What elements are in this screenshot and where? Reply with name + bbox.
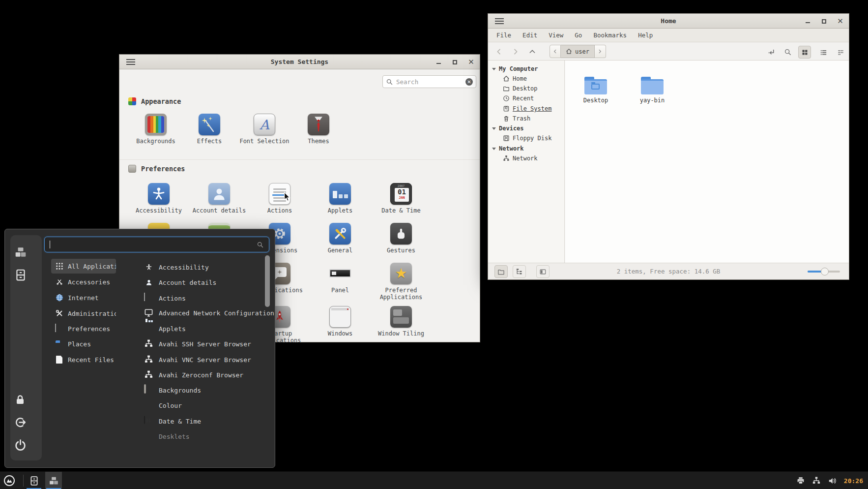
files-content[interactable]: Desktop yay-bin: [565, 61, 849, 263]
category-accessories[interactable]: Accessories: [51, 275, 116, 289]
file-manager-window: Home ✕ File Edit View Go Bookmarks Help …: [488, 13, 849, 280]
maximize-button[interactable]: [450, 58, 460, 67]
effects-icon: [199, 114, 220, 135]
app-account-details[interactable]: Account details: [144, 275, 267, 290]
taskbar-window-files[interactable]: [26, 472, 42, 489]
boxes-icon: [49, 476, 59, 486]
minimize-button[interactable]: [803, 17, 812, 26]
expander-icon[interactable]: [492, 127, 496, 130]
sidebar-section-devices[interactable]: Devices: [488, 123, 564, 133]
shutdown-icon[interactable]: [14, 439, 27, 452]
favorite-app-software-icon[interactable]: [14, 246, 27, 259]
sidebar-item-desktop[interactable]: Desktop: [488, 84, 564, 93]
sidebar-section-my-computer[interactable]: My Computer: [488, 64, 564, 74]
tile-accessibility[interactable]: Accessibility: [131, 183, 186, 214]
category-places[interactable]: Places: [51, 336, 116, 351]
zoom-slider[interactable]: [808, 271, 840, 273]
scrollbar-thumb[interactable]: [265, 255, 270, 307]
sidebar-item-file-system[interactable]: File System: [488, 104, 564, 114]
lock-icon[interactable]: [14, 394, 27, 407]
search-icon[interactable]: [781, 46, 794, 59]
breadcrumb-current[interactable]: user: [561, 45, 595, 58]
app-avahi-zeroconf-browser[interactable]: Avahi Zeroconf Browser: [144, 367, 267, 382]
tile-account-details[interactable]: Account details: [192, 183, 247, 214]
tile-effects[interactable]: Effects: [182, 114, 237, 145]
breadcrumb-next-icon[interactable]: [595, 45, 606, 58]
menu-edit[interactable]: Edit: [521, 30, 539, 40]
network-icon[interactable]: [812, 476, 821, 485]
file-yay-bin-folder[interactable]: yay-bin: [630, 77, 674, 104]
category-internet[interactable]: Internet: [51, 290, 116, 305]
compact-view-button[interactable]: [834, 46, 847, 59]
sidebar-section-network[interactable]: Network: [488, 144, 564, 153]
tile-gestures[interactable]: Gestures: [374, 223, 429, 254]
menu-help[interactable]: Help: [636, 30, 655, 40]
sidebar-item-home[interactable]: Home: [488, 74, 564, 84]
menu-scrollbar[interactable]: [265, 255, 270, 438]
favorite-app-files-icon[interactable]: [14, 269, 27, 281]
tile-general[interactable]: General: [313, 223, 368, 254]
app-desklets[interactable]: Desklets: [144, 429, 267, 444]
tile-windows[interactable]: Windows: [313, 306, 368, 337]
sidebar-item-floppy-disk[interactable]: Floppy Disk: [488, 133, 564, 143]
app-avahi-ssh-server-browser[interactable]: Avahi SSH Server Browser: [144, 336, 267, 351]
close-button[interactable]: ✕: [836, 17, 845, 26]
close-button[interactable]: ✕: [466, 58, 476, 67]
status-text: 2 items, Free space: 14.6 GB: [488, 263, 849, 280]
expander-icon[interactable]: [492, 148, 496, 150]
menu-search-input[interactable]: [44, 237, 269, 252]
category-recent-files[interactable]: Recent Files: [51, 352, 116, 367]
zoom-slider-knob[interactable]: [821, 268, 829, 275]
forward-button[interactable]: [510, 46, 521, 58]
app-actions[interactable]: Actions: [144, 291, 267, 306]
taskbar-window-system-settings[interactable]: [45, 472, 62, 489]
app-accessibility[interactable]: Accessibility: [144, 260, 267, 275]
tile-font-selection[interactable]: A Font Selection: [237, 114, 292, 145]
tile-window-tiling[interactable]: Window Tiling: [374, 306, 429, 337]
clear-search-icon[interactable]: ✕: [465, 78, 473, 86]
printer-icon[interactable]: [796, 476, 805, 485]
menu-bookmarks[interactable]: Bookmarks: [591, 30, 629, 40]
tile-applets[interactable]: Applets: [313, 183, 368, 214]
maximize-button[interactable]: [819, 17, 829, 26]
category-administration[interactable]: Administration: [51, 306, 116, 321]
tile-date-time[interactable]: 2007 01JAN Date & Time: [374, 183, 429, 214]
sidebar-item-recent[interactable]: Recent: [488, 93, 564, 103]
sidebar-item-trash[interactable]: Trash: [488, 114, 564, 123]
expander-icon[interactable]: [492, 68, 496, 70]
tile-preferred-applications[interactable]: ★ Preferred Applications: [374, 263, 429, 301]
account-details-icon: [208, 183, 230, 205]
category-all-applications[interactable]: All Applications: [51, 259, 116, 274]
menu-launcher-button[interactable]: [1, 472, 18, 489]
menu-go[interactable]: Go: [573, 30, 584, 40]
list-view-button[interactable]: [817, 46, 830, 59]
back-button[interactable]: [493, 46, 505, 58]
clock-icon: [503, 95, 510, 102]
sidebar-item-network[interactable]: Network: [488, 153, 564, 163]
clock[interactable]: 20:26: [844, 477, 863, 485]
up-button[interactable]: [526, 46, 538, 58]
tile-themes[interactable]: Themes: [291, 114, 346, 145]
app-advanced-network-configuration[interactable]: Advanced Network Configuration: [144, 306, 267, 320]
settings-search-input[interactable]: Search ✕: [382, 75, 476, 88]
app-date-time[interactable]: 01 Date & Time: [144, 414, 267, 428]
settings-titlebar[interactable]: System Settings ✕: [119, 55, 480, 69]
tile-panel[interactable]: Panel: [313, 263, 368, 294]
tile-backgrounds[interactable]: Backgrounds: [128, 114, 183, 145]
file-desktop-folder[interactable]: Desktop: [574, 77, 618, 104]
menu-view[interactable]: View: [547, 30, 565, 40]
menu-file[interactable]: File: [494, 30, 513, 40]
category-preferences[interactable]: Preferences: [51, 321, 116, 336]
logout-icon[interactable]: [14, 416, 27, 429]
app-colour[interactable]: Colour: [144, 398, 267, 413]
files-titlebar[interactable]: Home ✕: [488, 14, 849, 29]
breadcrumb-prev-icon[interactable]: [550, 45, 561, 58]
tile-actions[interactable]: Actions: [252, 183, 307, 214]
app-applets[interactable]: Applets: [144, 321, 267, 336]
toggle-location-entry-icon[interactable]: [765, 46, 778, 59]
volume-icon[interactable]: [828, 476, 837, 486]
minimize-button[interactable]: [434, 58, 443, 67]
icon-view-button[interactable]: [798, 46, 811, 59]
app-backgrounds[interactable]: Backgrounds: [144, 383, 267, 397]
app-avahi-vnc-server-browser[interactable]: Avahi VNC Server Browser: [144, 352, 267, 367]
